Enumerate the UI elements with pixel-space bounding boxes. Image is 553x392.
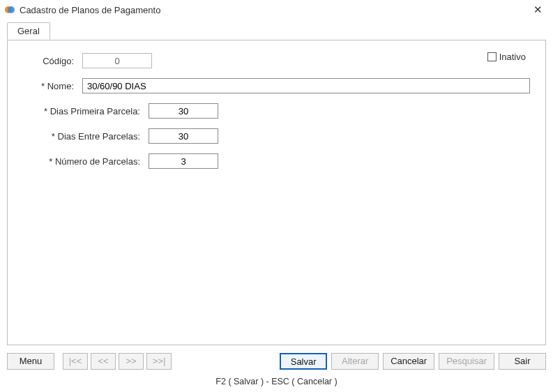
inativo-checkbox-wrap[interactable]: Inativo bbox=[487, 52, 526, 62]
nav-last-button[interactable]: >>| bbox=[146, 353, 172, 370]
cancelar-button[interactable]: Cancelar bbox=[383, 353, 434, 370]
nome-label: * Nome: bbox=[23, 81, 82, 91]
numero-parcelas-input[interactable] bbox=[149, 153, 218, 169]
dias-entre-input[interactable] bbox=[149, 128, 218, 144]
pesquisar-button: Pesquisar bbox=[439, 353, 494, 370]
nav-prev-button[interactable]: << bbox=[91, 353, 116, 370]
inativo-label: Inativo bbox=[499, 52, 526, 62]
inativo-checkbox[interactable] bbox=[487, 52, 497, 61]
row-dias-primeira: * Dias Primeira Parcela: bbox=[23, 103, 530, 119]
status-bar: F2 ( Salvar ) - ESC ( Cancelar ) bbox=[0, 374, 553, 391]
tab-geral[interactable]: Geral bbox=[7, 22, 50, 40]
app-icon bbox=[4, 4, 15, 15]
nome-input[interactable] bbox=[82, 78, 530, 93]
codigo-label: Código: bbox=[23, 56, 82, 66]
svg-point-1 bbox=[8, 6, 15, 13]
nav-next-button[interactable]: >> bbox=[119, 353, 144, 370]
row-nome: * Nome: bbox=[23, 78, 530, 93]
button-bar: Menu |<< << >> >>| Salvar Alterar Cancel… bbox=[0, 346, 553, 374]
row-numero-parcelas: * Número de Parcelas: bbox=[23, 153, 530, 169]
menu-button[interactable]: Menu bbox=[7, 353, 54, 370]
title-bar: Cadastro de Planos de Pagamento ✕ bbox=[0, 0, 553, 20]
dias-primeira-input[interactable] bbox=[149, 103, 218, 119]
form-panel: Inativo Código: * Nome: * Dias Primeira … bbox=[7, 40, 546, 345]
window-title: Cadastro de Planos de Pagamento bbox=[20, 5, 529, 15]
row-codigo: Código: bbox=[23, 53, 530, 68]
nav-group: |<< << >> >>| bbox=[63, 353, 172, 370]
numero-parcelas-label: * Número de Parcelas: bbox=[23, 156, 149, 167]
codigo-input bbox=[82, 53, 152, 68]
nav-first-button[interactable]: |<< bbox=[63, 353, 88, 370]
dias-entre-label: * Dias Entre Parcelas: bbox=[23, 131, 149, 142]
alterar-button: Alterar bbox=[331, 353, 379, 370]
dias-primeira-label: * Dias Primeira Parcela: bbox=[23, 106, 149, 116]
salvar-button[interactable]: Salvar bbox=[280, 353, 327, 370]
row-dias-entre: * Dias Entre Parcelas: bbox=[23, 128, 530, 144]
tab-bar: Geral bbox=[7, 22, 546, 40]
close-icon[interactable]: ✕ bbox=[529, 1, 546, 18]
sair-button[interactable]: Sair bbox=[499, 353, 546, 370]
